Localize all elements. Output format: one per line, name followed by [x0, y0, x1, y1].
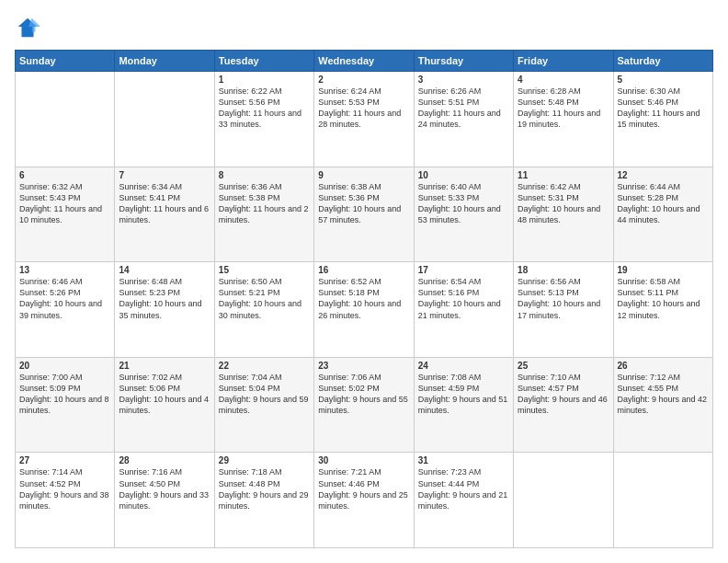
calendar-cell	[115, 72, 214, 167]
calendar-week-row: 6Sunrise: 6:32 AM Sunset: 5:43 PM Daylig…	[16, 167, 713, 262]
calendar-cell: 29Sunrise: 7:18 AM Sunset: 4:48 PM Dayli…	[214, 453, 313, 548]
calendar-cell: 30Sunrise: 7:21 AM Sunset: 4:46 PM Dayli…	[314, 453, 414, 548]
calendar-week-row: 20Sunrise: 7:00 AM Sunset: 5:09 PM Dayli…	[16, 357, 713, 453]
calendar-cell: 11Sunrise: 6:42 AM Sunset: 5:31 PM Dayli…	[514, 167, 613, 262]
calendar-cell: 20Sunrise: 7:00 AM Sunset: 5:09 PM Dayli…	[16, 357, 115, 453]
calendar-week-row: 1Sunrise: 6:22 AM Sunset: 5:56 PM Daylig…	[16, 72, 713, 167]
calendar-cell: 27Sunrise: 7:14 AM Sunset: 4:52 PM Dayli…	[16, 453, 115, 548]
calendar-cell: 17Sunrise: 6:54 AM Sunset: 5:16 PM Dayli…	[414, 262, 513, 358]
day-info: Sunrise: 7:02 AM Sunset: 5:06 PM Dayligh…	[119, 372, 210, 417]
day-info: Sunrise: 6:30 AM Sunset: 5:46 PM Dayligh…	[618, 86, 709, 131]
logo-icon	[15, 15, 40, 40]
weekday-header-monday: Monday	[115, 51, 214, 72]
calendar-week-row: 27Sunrise: 7:14 AM Sunset: 4:52 PM Dayli…	[16, 453, 713, 548]
weekday-header-row: SundayMondayTuesdayWednesdayThursdayFrid…	[16, 51, 713, 72]
day-number: 29	[219, 455, 310, 465]
calendar-cell: 12Sunrise: 6:44 AM Sunset: 5:28 PM Dayli…	[613, 167, 712, 262]
calendar-cell	[613, 453, 712, 548]
day-number: 15	[219, 265, 310, 275]
calendar-cell: 25Sunrise: 7:10 AM Sunset: 4:57 PM Dayli…	[514, 357, 613, 453]
calendar-cell: 9Sunrise: 6:38 AM Sunset: 5:36 PM Daylig…	[314, 167, 414, 262]
calendar-cell: 15Sunrise: 6:50 AM Sunset: 5:21 PM Dayli…	[214, 262, 313, 358]
weekday-header-thursday: Thursday	[414, 51, 513, 72]
day-info: Sunrise: 6:26 AM Sunset: 5:51 PM Dayligh…	[418, 86, 509, 131]
day-number: 25	[518, 361, 609, 371]
day-number: 9	[318, 170, 409, 180]
weekday-header-sunday: Sunday	[16, 51, 115, 72]
calendar-cell: 6Sunrise: 6:32 AM Sunset: 5:43 PM Daylig…	[16, 167, 115, 262]
day-number: 23	[318, 361, 409, 371]
day-number: 22	[219, 361, 310, 371]
day-number: 14	[119, 265, 210, 275]
calendar-cell: 21Sunrise: 7:02 AM Sunset: 5:06 PM Dayli…	[115, 357, 214, 453]
calendar-cell	[16, 72, 115, 167]
page: SundayMondayTuesdayWednesdayThursdayFrid…	[0, 0, 728, 563]
day-info: Sunrise: 6:52 AM Sunset: 5:18 PM Dayligh…	[318, 276, 409, 321]
day-info: Sunrise: 6:50 AM Sunset: 5:21 PM Dayligh…	[219, 276, 310, 321]
day-info: Sunrise: 6:54 AM Sunset: 5:16 PM Dayligh…	[418, 276, 509, 321]
day-info: Sunrise: 6:56 AM Sunset: 5:13 PM Dayligh…	[518, 276, 609, 321]
calendar-week-row: 13Sunrise: 6:46 AM Sunset: 5:26 PM Dayli…	[16, 262, 713, 358]
day-number: 10	[418, 170, 509, 180]
header	[15, 15, 713, 40]
day-number: 31	[418, 455, 509, 465]
calendar-cell: 31Sunrise: 7:23 AM Sunset: 4:44 PM Dayli…	[414, 453, 513, 548]
day-number: 7	[119, 170, 210, 180]
day-info: Sunrise: 6:34 AM Sunset: 5:41 PM Dayligh…	[119, 181, 210, 226]
calendar-cell: 24Sunrise: 7:08 AM Sunset: 4:59 PM Dayli…	[414, 357, 513, 453]
day-info: Sunrise: 7:12 AM Sunset: 4:55 PM Dayligh…	[618, 372, 709, 417]
day-number: 27	[19, 455, 110, 465]
day-number: 16	[318, 265, 409, 275]
calendar-cell: 22Sunrise: 7:04 AM Sunset: 5:04 PM Dayli…	[214, 357, 313, 453]
day-info: Sunrise: 6:24 AM Sunset: 5:53 PM Dayligh…	[318, 86, 409, 131]
day-info: Sunrise: 6:28 AM Sunset: 5:48 PM Dayligh…	[518, 86, 609, 131]
calendar-cell: 2Sunrise: 6:24 AM Sunset: 5:53 PM Daylig…	[314, 72, 414, 167]
weekday-header-saturday: Saturday	[613, 51, 712, 72]
day-info: Sunrise: 6:46 AM Sunset: 5:26 PM Dayligh…	[19, 276, 110, 321]
day-number: 28	[119, 455, 210, 465]
day-number: 17	[418, 265, 509, 275]
day-number: 21	[119, 361, 210, 371]
calendar-cell	[514, 453, 613, 548]
day-number: 6	[19, 170, 110, 180]
calendar-cell: 10Sunrise: 6:40 AM Sunset: 5:33 PM Dayli…	[414, 167, 513, 262]
calendar-cell: 19Sunrise: 6:58 AM Sunset: 5:11 PM Dayli…	[613, 262, 712, 358]
day-info: Sunrise: 7:16 AM Sunset: 4:50 PM Dayligh…	[119, 466, 210, 511]
day-info: Sunrise: 6:42 AM Sunset: 5:31 PM Dayligh…	[518, 181, 609, 226]
day-info: Sunrise: 6:44 AM Sunset: 5:28 PM Dayligh…	[618, 181, 709, 226]
day-info: Sunrise: 7:00 AM Sunset: 5:09 PM Dayligh…	[19, 372, 110, 417]
calendar-cell: 23Sunrise: 7:06 AM Sunset: 5:02 PM Dayli…	[314, 357, 414, 453]
day-info: Sunrise: 6:38 AM Sunset: 5:36 PM Dayligh…	[318, 181, 409, 226]
day-info: Sunrise: 6:36 AM Sunset: 5:38 PM Dayligh…	[219, 181, 310, 226]
day-info: Sunrise: 7:08 AM Sunset: 4:59 PM Dayligh…	[418, 372, 509, 417]
calendar-cell: 16Sunrise: 6:52 AM Sunset: 5:18 PM Dayli…	[314, 262, 414, 358]
day-number: 11	[518, 170, 609, 180]
day-number: 24	[418, 361, 509, 371]
day-number: 2	[318, 75, 409, 85]
day-number: 30	[318, 455, 409, 465]
calendar-cell: 13Sunrise: 6:46 AM Sunset: 5:26 PM Dayli…	[16, 262, 115, 358]
day-number: 1	[219, 75, 310, 85]
day-number: 13	[19, 265, 110, 275]
day-info: Sunrise: 7:14 AM Sunset: 4:52 PM Dayligh…	[19, 466, 110, 511]
calendar-cell: 26Sunrise: 7:12 AM Sunset: 4:55 PM Dayli…	[613, 357, 712, 453]
day-info: Sunrise: 7:06 AM Sunset: 5:02 PM Dayligh…	[318, 372, 409, 417]
day-number: 8	[219, 170, 310, 180]
day-number: 20	[19, 361, 110, 371]
day-number: 18	[518, 265, 609, 275]
day-info: Sunrise: 6:40 AM Sunset: 5:33 PM Dayligh…	[418, 181, 509, 226]
calendar-cell: 14Sunrise: 6:48 AM Sunset: 5:23 PM Dayli…	[115, 262, 214, 358]
logo	[15, 15, 44, 40]
day-number: 5	[618, 75, 709, 85]
day-number: 3	[418, 75, 509, 85]
day-info: Sunrise: 7:18 AM Sunset: 4:48 PM Dayligh…	[219, 466, 310, 511]
day-number: 19	[618, 265, 709, 275]
weekday-header-friday: Friday	[514, 51, 613, 72]
day-info: Sunrise: 7:04 AM Sunset: 5:04 PM Dayligh…	[219, 372, 310, 417]
day-info: Sunrise: 6:22 AM Sunset: 5:56 PM Dayligh…	[219, 86, 310, 131]
day-info: Sunrise: 7:21 AM Sunset: 4:46 PM Dayligh…	[318, 466, 409, 511]
day-number: 26	[618, 361, 709, 371]
calendar-cell: 7Sunrise: 6:34 AM Sunset: 5:41 PM Daylig…	[115, 167, 214, 262]
calendar-cell: 8Sunrise: 6:36 AM Sunset: 5:38 PM Daylig…	[214, 167, 313, 262]
day-number: 12	[618, 170, 709, 180]
